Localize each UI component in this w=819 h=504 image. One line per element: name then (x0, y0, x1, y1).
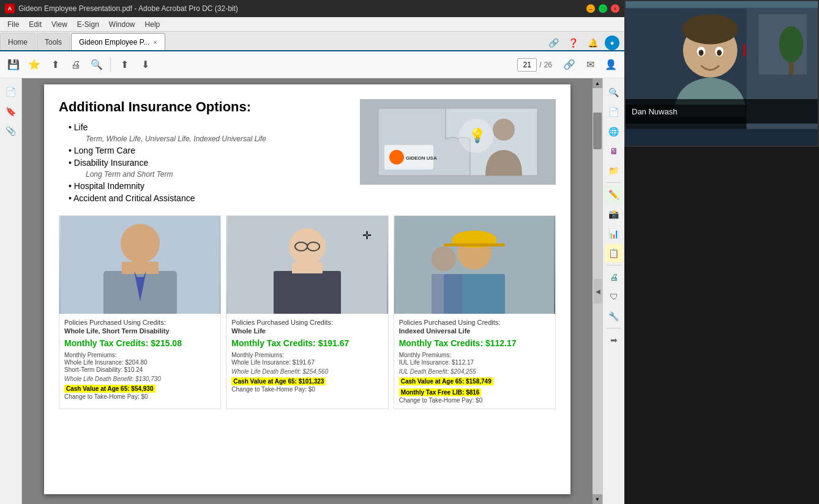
bullet-list: Life Term, Whole Life, Universal Life, I… (69, 122, 348, 203)
fillsign-button[interactable]: ✏️ (605, 185, 623, 204)
minimize-button[interactable]: – (586, 4, 595, 13)
tab-tools[interactable]: Tools (37, 33, 70, 50)
card-3: Policies Purchased Using Credits: Indexe… (394, 215, 556, 409)
card-1-credits: Monthly Tax Credits: $215.08 (64, 338, 215, 348)
webcam-name-bar: Dan Nuwash (626, 99, 818, 124)
card-2-body: Policies Purchased Using Credits: Whole … (226, 314, 387, 398)
email-button[interactable]: ✉ (582, 56, 599, 73)
pages-icon[interactable]: 📄 (2, 83, 20, 100)
menu-file[interactable]: File (2, 19, 24, 30)
card-1-image (59, 216, 220, 314)
scroll-down-button[interactable]: ▼ (593, 494, 602, 504)
share-icon[interactable]: 🔗 (546, 35, 561, 50)
link-button[interactable]: 🔗 (561, 56, 578, 73)
card-1-svg (61, 216, 220, 314)
card-2-policies-label: Policies Purchased Using Credits: (231, 319, 383, 326)
svg-point-24 (432, 246, 456, 271)
card-3-svg (395, 216, 554, 314)
print-button[interactable]: 🖨 (605, 268, 623, 286)
svg-point-3 (389, 150, 404, 165)
webcam-overlay: Dan Nuwash (624, 0, 819, 147)
card-1-policies-label: Policies Purchased Using Credits: (64, 319, 215, 326)
maximize-button[interactable]: □ (599, 4, 607, 13)
notification-icon[interactable]: 🔔 (585, 35, 600, 50)
page-total: 26 (544, 61, 552, 69)
card-3-cash-value: Cash Value at Age 65: $158,749 (399, 377, 493, 385)
card-1-policies-type: Whole Life, Short Term Disability (64, 327, 215, 335)
bookmark-button[interactable]: ⭐ (26, 56, 43, 73)
menu-edit[interactable]: Edit (24, 19, 47, 30)
title-bar: A Gideon Employee Presentation.pdf - Ado… (0, 0, 624, 17)
card-2-premium-1: Whole Life Insurance: $191.67 (231, 359, 383, 366)
help-icon[interactable]: ❓ (566, 35, 580, 50)
print-button[interactable]: 🖨 (67, 56, 84, 73)
compare-button[interactable]: 🖥 (605, 142, 623, 160)
upload-button[interactable]: ⬆ (47, 56, 64, 73)
card-1-premium-2: Short-Term Disability: $10.24 (64, 366, 215, 373)
card-1-cash-value: Cash Value at Age 65: $54,930 (64, 385, 155, 393)
tab-close-button[interactable]: × (153, 39, 157, 46)
menu-view[interactable]: View (47, 19, 72, 30)
save-button[interactable]: 💾 (5, 56, 22, 73)
pdf-page: Additional Insurance Options: Life Term,… (44, 84, 570, 494)
header-image: GIDEON USA 💡 (360, 99, 556, 185)
bullet-hospital: Hospital Indemnity (69, 181, 348, 191)
tab-document[interactable]: Gideon Employee P... × (71, 33, 165, 50)
comment-button[interactable]: 📄 (605, 103, 623, 121)
bullet-accident: Accident and Critical Assistance (69, 193, 348, 203)
tools-button[interactable]: 🔧 (605, 307, 623, 325)
tab-document-label: Gideon Employee P... (79, 38, 149, 46)
card-3-tax-free: Monthly Tax Free LIB: $816 (399, 388, 482, 396)
right-collapse-button[interactable]: ◀ (594, 279, 602, 303)
protect-button[interactable]: 🛡 (605, 287, 623, 306)
tab-home[interactable]: Home (0, 33, 36, 50)
bullet-disability-sub: Long Term and Short Term (86, 170, 348, 179)
card-3-change: Change to Take-Home Pay: $0 (399, 397, 550, 404)
rt-separator-3 (607, 328, 621, 328)
rt-separator-1 (607, 182, 621, 183)
svg-point-35 (698, 50, 703, 56)
expand-button[interactable]: ➡ (605, 331, 623, 349)
translate-button[interactable]: 🌐 (605, 122, 623, 141)
close-button[interactable]: × (611, 4, 619, 13)
menu-window[interactable]: Window (104, 19, 140, 30)
account-button[interactable]: 👤 (602, 56, 619, 73)
svg-rect-21 (452, 239, 496, 244)
card-2-image (226, 216, 387, 314)
bookmarks-icon[interactable]: 🔖 (2, 103, 20, 120)
card-3-premiums-label: Monthly Premiums: (399, 352, 550, 358)
next-page-button[interactable]: ⬇ (136, 56, 154, 73)
organize-button[interactable]: 📋 (605, 244, 623, 262)
menu-esign[interactable]: E-Sign (72, 19, 104, 30)
bullet-life: Life (69, 122, 348, 132)
toolbar-separator (110, 57, 111, 72)
toolbar-right: 🔗 ✉ 👤 (561, 56, 619, 73)
zoom-in-button[interactable]: 🔍 (605, 83, 623, 102)
card-1-change: Change to Take-Home Pay: $0 (64, 393, 215, 400)
card-2-change: Change to Take-Home Pay: $0 (231, 386, 383, 393)
profile-icon[interactable]: ● (605, 35, 619, 50)
svg-point-32 (682, 14, 738, 44)
svg-rect-25 (432, 274, 462, 314)
redact-button[interactable]: 📁 (605, 161, 623, 180)
svg-point-30 (779, 26, 803, 62)
zoom-button[interactable]: 🔍 (88, 56, 105, 73)
scroll-up-button[interactable]: ▲ (593, 78, 602, 88)
puzzle-background: GIDEON USA 💡 (360, 99, 556, 185)
prev-page-button[interactable]: ⬆ (116, 56, 133, 73)
svg-rect-10 (122, 262, 159, 274)
page-number-input[interactable] (517, 58, 537, 72)
page-navigation: / 26 (517, 58, 552, 72)
svg-rect-38 (744, 45, 746, 57)
menu-help[interactable]: Help (140, 19, 165, 30)
attachments-icon[interactable]: 📎 (2, 122, 20, 139)
scroll-thumb[interactable] (593, 113, 602, 149)
camera-button[interactable]: 📸 (605, 205, 623, 223)
card-3-body: Policies Purchased Using Credits: Indexe… (394, 314, 555, 409)
text-area: Additional Insurance Options: Life Term,… (59, 99, 348, 206)
puzzle-svg: GIDEON USA 💡 (366, 102, 550, 182)
export-button[interactable]: 📊 (605, 224, 623, 243)
pdf-heading: Additional Insurance Options: (59, 99, 348, 115)
card-3-benefit: IUL Death Benefit: $204,255 (399, 368, 550, 375)
tab-bar: Home Tools Gideon Employee P... × 🔗 ❓ 🔔 … (0, 32, 624, 51)
